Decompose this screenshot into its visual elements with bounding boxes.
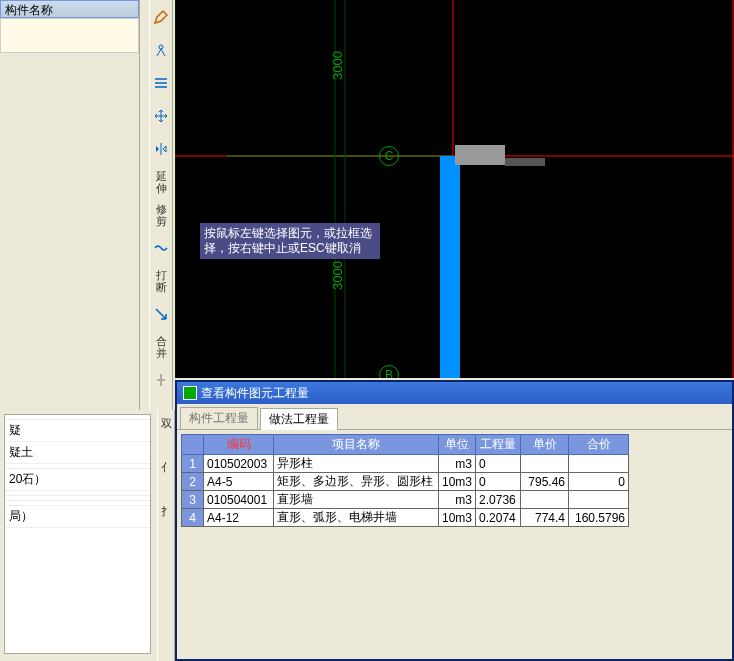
mirror-tool[interactable] (151, 135, 171, 163)
table-row[interactable]: 2 A4-5 矩形、多边形、异形、圆形柱 10m3 0 795.46 0 (182, 473, 629, 491)
compass-tool[interactable] (151, 36, 171, 64)
col-price[interactable]: 单价 (521, 435, 569, 455)
component-name-body[interactable] (0, 18, 139, 53)
split-icon (153, 372, 169, 388)
left-bottom-panel: 疑 疑土 20石） 局） (0, 410, 155, 661)
align-tool[interactable] (151, 69, 171, 97)
col-code[interactable]: 编码 (204, 435, 274, 455)
left-panel: 构件名称 (0, 0, 140, 410)
col-name[interactable]: 项目名称 (274, 435, 439, 455)
align-icon (153, 75, 169, 91)
move-icon (153, 108, 169, 124)
svg-rect-10 (505, 158, 545, 166)
table-row[interactable]: 4 A4-12 直形、弧形、电梯井墙 10m3 0.2074 774.4 160… (182, 509, 629, 527)
grid-header-row: 编码 项目名称 单位 工程量 单价 合价 (182, 435, 629, 455)
canvas-svg (175, 0, 734, 378)
tab-method-qty[interactable]: 做法工程量 (260, 408, 338, 430)
mirror-icon (153, 141, 169, 157)
compass-icon (153, 42, 169, 58)
component-name-header: 构件名称 (0, 0, 139, 18)
left-bottom-list[interactable]: 疑 疑土 20石） 局） (4, 414, 151, 654)
arrow-tool[interactable] (151, 300, 171, 328)
cut-tool[interactable]: 打断 (151, 267, 171, 295)
side-tool-5[interactable]: 扌 (159, 504, 173, 518)
result-grid-wrap: 编码 项目名称 单位 工程量 单价 合价 1 010502003 异形柱 m3 … (177, 430, 732, 531)
list-item[interactable]: 局） (5, 506, 150, 528)
hint-tooltip: 按鼠标左键选择图元，或拉框选择，按右键中止或ESC键取消 (200, 223, 380, 259)
break-tool[interactable] (151, 234, 171, 262)
col-unit[interactable]: 单位 (439, 435, 476, 455)
svg-point-0 (159, 45, 163, 49)
drawing-canvas[interactable]: C B 3000 3000 (175, 0, 734, 378)
grid-axis-c: C (379, 146, 399, 166)
divider (140, 0, 149, 410)
svg-rect-8 (440, 156, 460, 378)
list-item[interactable]: 疑土 (5, 442, 150, 464)
pencil-icon (153, 9, 169, 25)
col-qty[interactable]: 工程量 (476, 435, 521, 455)
vertical-toolbar: 延伸 修剪 打断 合并 (149, 0, 173, 410)
col-total[interactable]: 合价 (569, 435, 629, 455)
result-grid[interactable]: 编码 项目名称 单位 工程量 单价 合价 1 010502003 异形柱 m3 … (181, 434, 629, 527)
table-row[interactable]: 3 010504001 直形墙 m3 2.0736 (182, 491, 629, 509)
list-item[interactable]: 疑 (5, 420, 150, 442)
extend-tool[interactable]: 延伸 (151, 168, 171, 196)
side-tool-4[interactable] (159, 482, 173, 496)
table-row[interactable]: 1 010502003 异形柱 m3 0 (182, 455, 629, 473)
side-tool-3[interactable]: 亻 (159, 460, 173, 474)
side-tool-1[interactable]: 双 (159, 416, 173, 430)
result-window-titlebar[interactable]: 查看构件图元工程量 (177, 382, 732, 404)
move-tool[interactable] (151, 102, 171, 130)
pencil-tool[interactable] (151, 3, 171, 31)
dimension-2: 3000 (330, 261, 345, 290)
side-tool-2[interactable] (159, 438, 173, 452)
result-window-icon (183, 386, 197, 400)
trim-tool[interactable]: 修剪 (151, 201, 171, 229)
dimension-1: 3000 (330, 51, 345, 80)
break-icon (153, 240, 169, 256)
grid-axis-b: B (379, 365, 399, 378)
split-tool[interactable] (151, 366, 171, 394)
list-item[interactable]: 20石） (5, 469, 150, 491)
tab-component-qty[interactable]: 构件工程量 (180, 407, 258, 429)
result-window: 查看构件图元工程量 构件工程量 做法工程量 编码 项目名称 单位 工程量 单价 … (175, 380, 734, 661)
side-tool-column: 双 亻 扌 (157, 410, 175, 661)
result-window-title: 查看构件图元工程量 (201, 385, 309, 402)
result-tabs: 构件工程量 做法工程量 (177, 404, 732, 430)
svg-rect-9 (455, 145, 505, 165)
merge-tool[interactable]: 合并 (151, 333, 171, 361)
arrow-icon (153, 306, 169, 322)
